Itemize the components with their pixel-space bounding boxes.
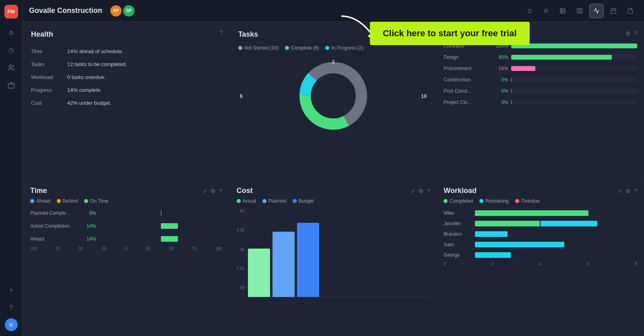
- board-view-button[interactable]: [572, 4, 587, 18]
- sidebar-item-briefcase[interactable]: [4, 78, 19, 93]
- workload-title: Workload: [444, 187, 477, 195]
- donut-label-right: 10: [421, 93, 427, 99]
- svg-rect-18: [611, 8, 616, 13]
- workload-row-jennifer: Jennifer: [444, 221, 637, 226]
- health-label-tasks: Tasks: [31, 58, 67, 71]
- legend-remaining: Remaining: [479, 198, 508, 204]
- time-panel: Time ⤢ ⚙ ? Ahead Behind On Tim: [23, 179, 230, 336]
- legend-budget: Budget: [293, 198, 314, 204]
- chart-view-button[interactable]: [589, 4, 604, 18]
- cost-bar-budget: [297, 223, 319, 297]
- donut-chart: [293, 56, 374, 136]
- donut-label-left: 6: [240, 93, 243, 99]
- cost-y-axis: 6K 4.5K 3K 1.5K $0: [237, 209, 245, 297]
- main-content: Govalle Construction RP GP: [23, 0, 644, 336]
- legend-in-progress: In Progress (2): [325, 45, 363, 51]
- expand-icon-workload[interactable]: ⤢: [617, 188, 622, 194]
- time-row-actual: Actual Completion 14%: [30, 223, 222, 229]
- cost-panel: Cost ⤢ ⚙ ? Actual Planned Budg: [230, 179, 437, 336]
- settings-icon-cost[interactable]: ⚙: [419, 188, 424, 194]
- sidebar-item-clock[interactable]: ◷: [4, 43, 19, 57]
- avatar-rp[interactable]: RP: [110, 5, 122, 17]
- project-title: Govalle Construction: [29, 6, 102, 15]
- task-bar-project-close: Project Clo... 0%: [444, 100, 637, 105]
- panel-icons-cost: ⤢ ⚙ ?: [411, 188, 430, 194]
- gantt-view-button[interactable]: [539, 4, 553, 18]
- legend-dot-complete: [285, 46, 289, 50]
- tasks-progress-panel: ⚙ ? Contracts 100% Design 80% Proc: [437, 22, 644, 179]
- workload-x-axis: 0 2 4 6 8: [444, 262, 637, 266]
- health-row-cost: Cost 42% under budget.: [31, 97, 221, 110]
- settings-icon-workload[interactable]: ⚙: [625, 188, 631, 194]
- task-bar-design: Design 80%: [444, 54, 637, 60]
- health-label-progress: Progress: [31, 84, 67, 97]
- time-row-ahead: Ahead 14%: [30, 236, 222, 242]
- help-icon-workload[interactable]: ?: [634, 188, 637, 194]
- view-toolbar: [522, 4, 638, 18]
- workload-row-sam: Sam: [444, 242, 637, 247]
- sidebar-item-help[interactable]: ?: [4, 301, 19, 315]
- settings-icon-time[interactable]: ⚙: [211, 188, 216, 194]
- help-icon-time[interactable]: ?: [219, 188, 222, 194]
- legend-complete: Complete (6): [285, 45, 319, 51]
- free-trial-banner[interactable]: Click here to start your free trial: [370, 22, 530, 45]
- svg-point-0: [9, 65, 11, 67]
- sidebar-item-users[interactable]: [4, 60, 19, 75]
- health-label-time: Time: [31, 45, 67, 58]
- workload-row-brandon: Brandon: [444, 231, 637, 237]
- sidebar-item-add[interactable]: +: [4, 283, 19, 297]
- help-icon-cost[interactable]: ?: [427, 188, 430, 194]
- workload-row-mike: Mike: [444, 210, 637, 216]
- legend-dot-in-progress: [325, 46, 329, 50]
- app-logo[interactable]: PM: [4, 5, 18, 19]
- calendar-view-button[interactable]: [606, 4, 621, 18]
- panel-icons-time: ⤢ ⚙ ?: [202, 188, 222, 194]
- svg-rect-17: [580, 12, 582, 13]
- table-view-button[interactable]: [555, 4, 570, 18]
- health-help-icon[interactable]: ?: [220, 29, 223, 36]
- health-row-workload: Workload 0 tasks overdue.: [31, 71, 221, 84]
- svg-rect-11: [560, 8, 565, 13]
- sidebar: PM ⌂ ◷ + ? U: [0, 0, 23, 336]
- project-avatars: RP GP: [110, 5, 134, 17]
- task-bar-construction: Construction 0%: [444, 77, 637, 83]
- avatar-gp[interactable]: GP: [123, 5, 134, 17]
- legend-actual: Actual: [237, 198, 256, 204]
- time-legend: Ahead Behind On Time: [30, 198, 222, 204]
- header: Govalle Construction RP GP: [23, 0, 644, 22]
- health-value-progress: 14% complete.: [67, 84, 221, 97]
- legend-behind: Behind: [57, 198, 78, 204]
- health-value-tasks: 12 tasks to be completed.: [67, 58, 221, 71]
- cost-chart: 6K 4.5K 3K 1.5K $0: [237, 209, 430, 297]
- task-bar-post-const: Post Const... 0%: [444, 88, 637, 94]
- donut-chart-container: 2 6 10: [238, 56, 429, 136]
- settings-icon-tasks[interactable]: ⚙: [625, 30, 631, 37]
- time-title: Time: [30, 187, 47, 195]
- time-row-planned: Planned Comple... 0%: [30, 210, 222, 216]
- sidebar-item-home[interactable]: ⌂: [4, 25, 19, 39]
- health-value-time: 14% ahead of schedule.: [67, 45, 221, 58]
- cost-bar-actual: [248, 249, 270, 297]
- health-value-workload: 0 tasks overdue.: [67, 71, 221, 84]
- workload-legend: Completed Remaining Overdue: [444, 198, 637, 204]
- health-row-time: Time 14% ahead of schedule.: [31, 45, 221, 58]
- help-icon-tasks[interactable]: ?: [634, 30, 637, 37]
- health-label-workload: Workload: [31, 71, 67, 84]
- cost-bar-planned: [272, 232, 295, 297]
- legend-dot-not-started: [238, 46, 242, 50]
- svg-rect-16: [580, 8, 582, 11]
- health-value-cost: 42% under budget.: [67, 97, 221, 110]
- legend-completed: Completed: [444, 198, 473, 204]
- health-title: Health: [31, 30, 221, 39]
- expand-icon-time[interactable]: ⤢: [202, 188, 207, 194]
- doc-view-button[interactable]: [623, 4, 638, 18]
- tasks-legend: Not Started (10) Complete (6) In Progres…: [238, 45, 429, 51]
- expand-icon-cost[interactable]: ⤢: [411, 188, 415, 194]
- legend-on-time: On Time: [84, 198, 108, 204]
- user-avatar[interactable]: U: [5, 318, 18, 331]
- time-rows: Planned Comple... 0% Actual Completion 1…: [30, 210, 222, 242]
- svg-rect-15: [577, 8, 579, 13]
- list-view-button[interactable]: [522, 4, 536, 18]
- tasks-panel: Tasks Not Started (10) Complete (6) In P…: [230, 22, 437, 179]
- time-x-axis: 100 75 50 25 0 25 50 75 100: [30, 247, 222, 251]
